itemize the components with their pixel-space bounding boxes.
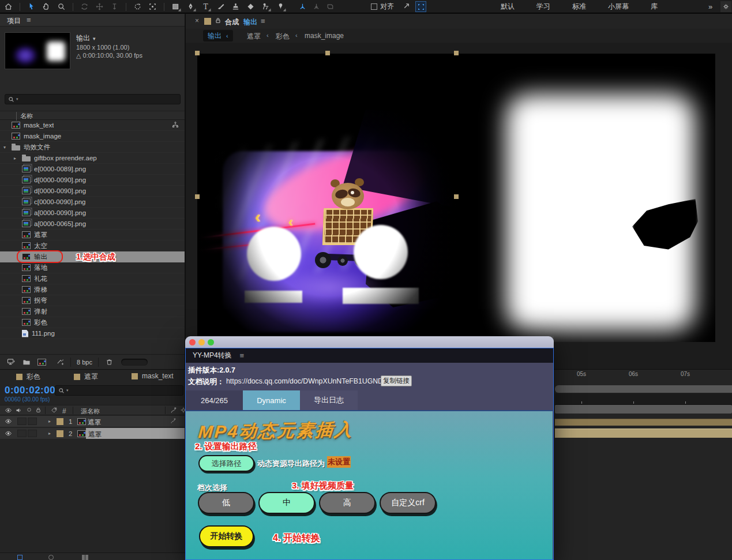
home-icon[interactable] xyxy=(3,2,13,12)
project-list-item[interactable]: e[0000-0089].png xyxy=(0,164,185,175)
layer-duration-bar[interactable] xyxy=(555,429,732,438)
expand-inout-icon[interactable] xyxy=(82,555,88,560)
project-list-item[interactable]: 滑梯 xyxy=(0,284,185,295)
quality-high-button[interactable]: 高 xyxy=(319,492,376,514)
pen-tool-icon[interactable] xyxy=(186,2,196,12)
project-list-item[interactable]: 弹射 xyxy=(0,306,185,317)
solo-icon[interactable] xyxy=(26,407,32,415)
layer-handle[interactable] xyxy=(454,194,459,199)
doc-url-link[interactable]: https://docs.qq.com/doc/DWnpXUnNTeFB1UGN… xyxy=(226,377,383,385)
workspace-tab-学习[interactable]: 学习 xyxy=(536,2,550,12)
layer-handle[interactable] xyxy=(195,51,200,55)
rectangle-tool-icon[interactable] xyxy=(171,2,181,12)
type-tool-icon[interactable]: T xyxy=(201,2,211,12)
close-icon[interactable]: × xyxy=(195,17,199,25)
snap-checkbox[interactable] xyxy=(371,3,377,10)
project-list-item[interactable]: 拐弯 xyxy=(0,295,185,306)
project-list-item[interactable]: c[0000-0090].png xyxy=(0,197,185,208)
project-list-item[interactable]: mask_text xyxy=(0,120,185,131)
column-name[interactable]: 名称 xyxy=(16,112,33,121)
video-visibility-icon[interactable] xyxy=(5,407,12,416)
twirl-icon[interactable]: ▾ xyxy=(3,145,12,150)
quality-low-button[interactable]: 低 xyxy=(198,492,254,514)
hand-icon[interactable] xyxy=(42,2,51,12)
orbit-camera-icon[interactable] xyxy=(80,2,89,12)
layer-color-label[interactable] xyxy=(57,430,63,437)
breadcrumb-item[interactable]: 彩色 xyxy=(276,32,290,42)
zoom-icon[interactable] xyxy=(57,2,66,12)
gizmo-local-icon[interactable] xyxy=(298,2,307,12)
project-list-item[interactable]: 遮罩 xyxy=(0,230,185,240)
close-traffic-light[interactable] xyxy=(189,339,196,345)
tab-264-265[interactable]: 264/265 xyxy=(186,390,243,410)
panel-resize-pill[interactable] xyxy=(121,359,148,366)
solo-cell[interactable] xyxy=(17,430,27,437)
selected-comp-name[interactable]: 输出 ▼ xyxy=(76,33,96,43)
project-list-item[interactable]: 111.png xyxy=(0,328,185,339)
work-area-bar[interactable] xyxy=(555,405,732,414)
project-list-item[interactable]: d[0000-0090].png xyxy=(0,175,185,186)
eye-icon[interactable] xyxy=(5,418,12,426)
tab-dynamic-active[interactable]: Dynamic xyxy=(243,390,300,410)
plugin-titlebar[interactable] xyxy=(185,336,554,348)
region-of-interest-icon[interactable] xyxy=(415,1,426,12)
timeline-tab[interactable]: 遮罩 xyxy=(74,372,98,382)
layer-duration-bar[interactable] xyxy=(555,419,732,426)
quality-medium-button-selected[interactable]: 中 xyxy=(258,492,315,514)
timeline-search-input[interactable]: ▾ xyxy=(55,385,183,396)
rotobrush-tool-icon[interactable] xyxy=(261,2,271,12)
column-index[interactable]: # xyxy=(62,407,66,415)
audio-icon[interactable] xyxy=(15,407,22,416)
twirl-icon[interactable]: ▸ xyxy=(48,431,51,436)
viewer-title-comp-name[interactable]: 输出 xyxy=(243,17,257,27)
gizmo-view-icon[interactable] xyxy=(325,2,335,12)
pan-camera-icon[interactable] xyxy=(95,2,104,12)
lock-cell[interactable] xyxy=(28,430,37,437)
minimize-traffic-light[interactable] xyxy=(198,339,205,345)
search-options-caret[interactable]: ▾ xyxy=(66,388,69,393)
panel-menu-icon[interactable]: ≡ xyxy=(240,351,245,360)
layer-name[interactable]: 遮罩 xyxy=(88,418,101,427)
parent-link-icon[interactable] xyxy=(170,407,177,416)
layer-handle[interactable] xyxy=(195,194,200,199)
project-list-item[interactable]: d[0000-0090].png xyxy=(0,186,185,197)
viewer-canvas[interactable]: ‹ ‹ xyxy=(186,43,732,369)
selection-icon[interactable] xyxy=(27,2,36,12)
parent-link-icon[interactable] xyxy=(170,430,177,438)
dolly-camera-icon[interactable] xyxy=(110,2,119,12)
project-list-item[interactable]: a[0000-0090].png xyxy=(0,208,185,219)
project-list-item[interactable]: ▸giftbox prerender.aep xyxy=(0,153,185,164)
solo-cell[interactable] xyxy=(17,418,27,425)
start-convert-button[interactable]: 开始转换 xyxy=(199,525,254,547)
expand-transfer-icon[interactable] xyxy=(48,555,54,560)
layer-handle[interactable] xyxy=(325,51,330,55)
workspace-tab-默认[interactable]: 默认 xyxy=(501,2,515,12)
timeline-tab[interactable]: 彩色 xyxy=(16,372,40,382)
layer-handle[interactable] xyxy=(454,51,459,55)
tab-export-log[interactable]: 导出日志 xyxy=(300,390,358,410)
panel-menu-icon[interactable]: ≡ xyxy=(27,16,31,24)
camera-tool-icon[interactable] xyxy=(148,2,157,12)
project-list-item[interactable]: a[0000-0065].png xyxy=(0,219,185,230)
work-area-bar[interactable] xyxy=(555,385,732,393)
grow-bounds-icon[interactable] xyxy=(402,2,411,12)
copy-link-button[interactable]: 复制链接 xyxy=(381,375,412,386)
breadcrumb-item[interactable]: 遮罩 xyxy=(247,32,261,42)
new-composition-icon[interactable] xyxy=(37,359,50,366)
breadcrumb-item[interactable]: mask_image xyxy=(305,32,344,40)
layer-row[interactable]: ▸ 1 遮罩 xyxy=(0,416,185,427)
column-source-name[interactable]: 源名称 xyxy=(81,407,100,416)
project-list-item[interactable]: 落地 xyxy=(0,262,185,273)
project-settings-icon[interactable] xyxy=(57,359,65,366)
label-color-icon[interactable] xyxy=(51,407,58,415)
lock-icon[interactable] xyxy=(35,407,42,415)
workspace-tab-标准[interactable]: 标准 xyxy=(572,2,586,12)
timeline-tab[interactable]: mask_text xyxy=(132,372,174,380)
layer-color-label[interactable] xyxy=(57,418,63,425)
breadcrumb-current[interactable]: 输出 ‹ xyxy=(203,30,233,42)
zoom-traffic-light[interactable] xyxy=(208,339,214,345)
more-workspaces-button[interactable]: » xyxy=(708,2,712,11)
layer-row-selected[interactable]: ▸ 2 遮罩 xyxy=(0,428,185,439)
comp-color-label[interactable] xyxy=(204,18,211,25)
gizmo-world-icon[interactable] xyxy=(311,2,321,12)
